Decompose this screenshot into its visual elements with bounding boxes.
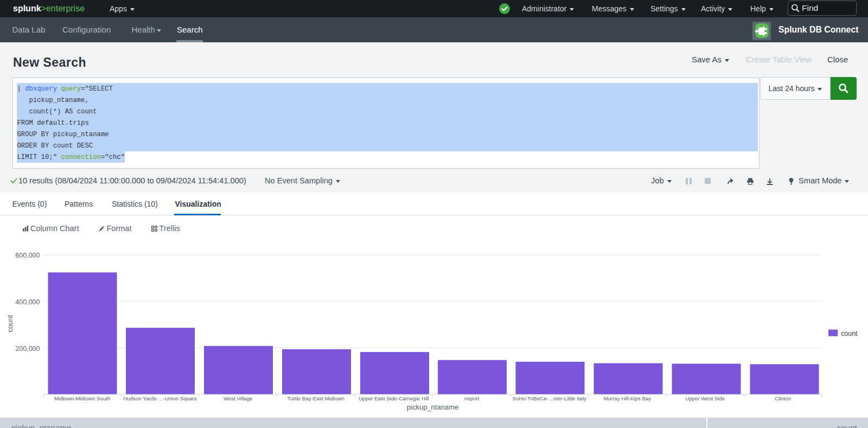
svg-text:Upper West Side: Upper West Side xyxy=(685,395,725,401)
svg-text:Upper East Side-Carnegie Hill: Upper East Side-Carnegie Hill xyxy=(359,395,429,401)
svg-text:200,000: 200,000 xyxy=(15,345,40,353)
svg-text:400,000: 400,000 xyxy=(15,298,40,306)
svg-text:Midtown-Midtown South: Midtown-Midtown South xyxy=(54,395,110,401)
svg-text:SoHo-TriBeCa-…nter-Little Ital: SoHo-TriBeCa-…nter-Little Italy xyxy=(513,395,587,401)
svg-text:Murray Hill-Kips Bay: Murray Hill-Kips Bay xyxy=(603,395,651,401)
svg-text:West Village: West Village xyxy=(224,395,253,401)
svg-text:Hudson Yards-…-Union Square: Hudson Yards-…-Union Square xyxy=(123,395,197,401)
svg-text:count: count xyxy=(6,315,14,332)
svg-text:600,000: 600,000 xyxy=(15,252,40,259)
svg-text:pickup_ntaname: pickup_ntaname xyxy=(407,403,458,411)
svg-text:Turtle Bay-East Midtown: Turtle Bay-East Midtown xyxy=(288,395,344,401)
svg-text:Airport: Airport xyxy=(464,395,480,401)
svg-text:Clinton: Clinton xyxy=(775,395,791,401)
svg-text:count: count xyxy=(841,330,858,337)
